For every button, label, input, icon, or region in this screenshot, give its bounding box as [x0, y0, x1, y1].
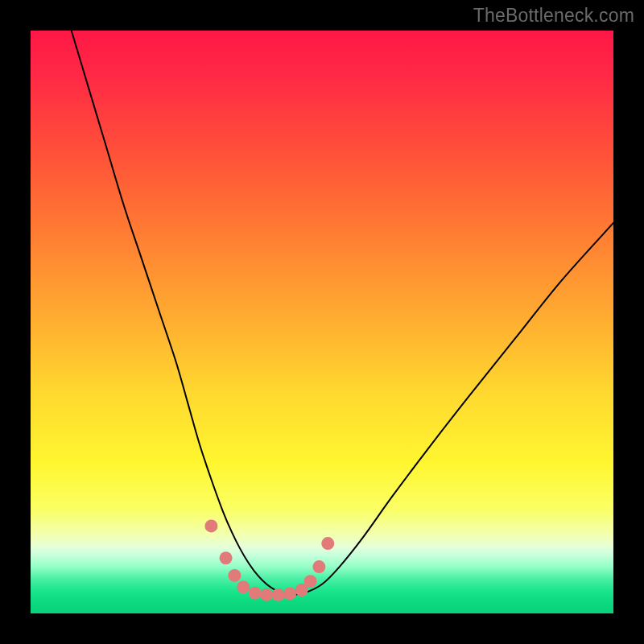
marker-dot [272, 588, 285, 601]
watermark-text: TheBottleneck.com [473, 5, 634, 27]
marker-dot [260, 588, 273, 601]
plot-area [31, 31, 613, 613]
marker-dot [283, 587, 296, 600]
marker-dot [220, 551, 233, 564]
chart-frame: TheBottleneck.com [0, 0, 644, 644]
marker-dot [249, 587, 262, 600]
marker-dot [312, 560, 325, 573]
marker-dot [321, 537, 334, 550]
marker-dot [204, 519, 217, 532]
bottleneck-curve [72, 31, 613, 595]
marker-dot [228, 569, 241, 582]
marker-dot [237, 580, 250, 593]
marker-dot [304, 575, 317, 588]
chart-svg [31, 31, 613, 613]
